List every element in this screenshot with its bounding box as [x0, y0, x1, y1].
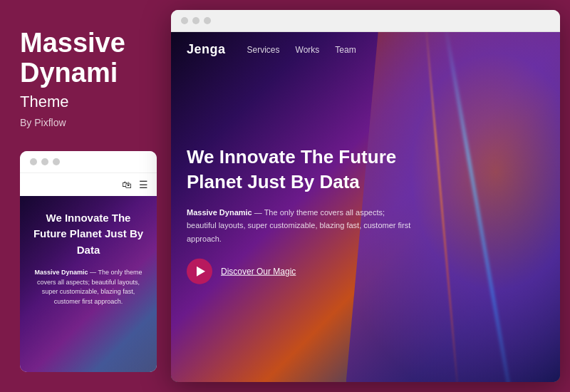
play-button[interactable] [187, 258, 212, 284]
mobile-desc-bold: Massive Dynamic [35, 269, 88, 276]
browser-nav: Jenga Services Works Team [171, 32, 560, 67]
hero-cta: Discover Our Magic [187, 258, 415, 284]
hero-desc: Massive Dynamic — The only theme covers … [187, 205, 415, 245]
mobile-preview-card: 🛍 ☰ We Innovate The Future Planet Just B… [20, 151, 157, 372]
mobile-dot-3 [53, 158, 60, 165]
nav-links: Services Works Team [247, 45, 356, 55]
browser-dot-3 [204, 17, 211, 24]
browser-window: Jenga Services Works Team We Innovate Th… [171, 10, 560, 382]
hero-content: We Innovate The Future Planet Just By Da… [187, 144, 415, 284]
hero-desc-bold: Massive Dynamic [187, 207, 252, 216]
cta-link[interactable]: Discover Our Magic [221, 266, 296, 276]
left-panel: Massive Dynami Theme By Pixflow 🛍 ☰ We I… [0, 0, 171, 392]
browser-dot-2 [192, 17, 200, 24]
browser-content: Jenga Services Works Team We Innovate Th… [171, 32, 560, 382]
nav-link-services[interactable]: Services [247, 45, 280, 55]
mobile-dot-1 [30, 158, 37, 165]
play-icon [197, 266, 205, 276]
mobile-nav: 🛍 ☰ [20, 173, 157, 196]
theme-title-block: Massive Dynami Theme By Pixflow [20, 29, 151, 151]
mobile-window-bar [20, 151, 157, 173]
mobile-hero-text: We Innovate The Future Planet Just By Da… [30, 210, 147, 259]
right-panel: Jenga Services Works Team We Innovate Th… [171, 0, 570, 392]
browser-bar [171, 10, 560, 32]
site-logo: Jenga [187, 42, 226, 57]
nav-link-team[interactable]: Team [335, 45, 356, 55]
mobile-dot-2 [41, 158, 48, 165]
mobile-content: We Innovate The Future Planet Just By Da… [20, 196, 157, 372]
nav-link-works[interactable]: Works [296, 45, 320, 55]
theme-author: By Pixflow [20, 117, 151, 128]
hero-title: We Innovate The Future Planet Just By Da… [187, 144, 415, 194]
theme-subtitle: Theme [20, 93, 151, 111]
cart-icon: 🛍 [122, 179, 132, 190]
browser-dot-1 [181, 17, 188, 24]
menu-icon: ☰ [139, 179, 148, 190]
mobile-hero-desc: Massive Dynamic — The only theme covers … [30, 268, 147, 306]
theme-title: Massive Dynami [20, 29, 151, 88]
